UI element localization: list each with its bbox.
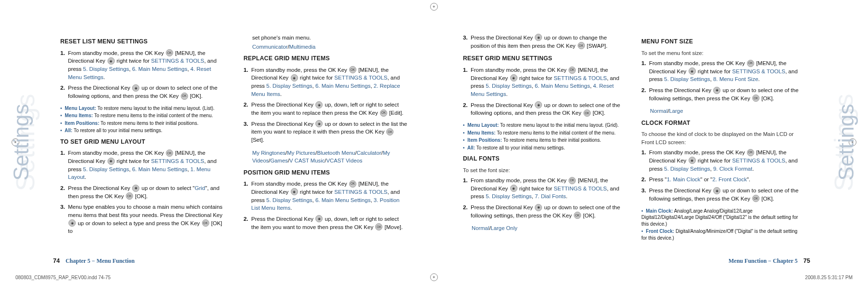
- option-value: Multimedia: [289, 44, 316, 50]
- page-number: 75: [803, 257, 810, 264]
- menu-path-link: SETTINGS & TOOLS: [732, 158, 785, 163]
- bullet-label: Menu Layout:: [466, 122, 499, 128]
- menu-path-link: 1. Main Clock: [667, 176, 701, 182]
- chapter-title: Menu Function − Chapter 5: [729, 257, 798, 264]
- bullet-text: To restore menu items to their initial p…: [99, 121, 198, 126]
- ok-key-icon: OK: [752, 195, 760, 202]
- instruction-list: 1.From standby mode, press the OK Key OK…: [641, 149, 800, 203]
- instruction-step: 2.Press "1. Main Clock" or "2. Front Clo…: [641, 176, 800, 184]
- instruction-step: 3.Press the Directional Key ◉ up or down…: [641, 187, 800, 203]
- option-bullet-list: • Main Clock: Analog/Large Analog/Digita…: [641, 208, 800, 242]
- bullet-dot-icon: •: [641, 229, 643, 234]
- step-number: 1.: [641, 59, 649, 68]
- bullet-dot-icon: •: [463, 130, 465, 135]
- menu-path-link: SETTINGS & TOOLS: [554, 75, 607, 81]
- instruction-list: 1.From standby mode, press the OK Key OK…: [463, 176, 622, 219]
- step-number: 3.: [244, 120, 251, 128]
- directional-key-icon: ◉: [535, 101, 542, 108]
- bullet-dot-icon: •: [463, 137, 465, 143]
- step-number: 3.: [641, 187, 649, 195]
- ok-key-icon: OK: [578, 42, 585, 49]
- instruction-step: 2.Press the Directional Key ◉ up or down…: [463, 203, 622, 219]
- menu-path-link: SETTINGS & TOOLS: [334, 189, 387, 195]
- instruction-list: 1.From standby mode, press the OK Key OK…: [463, 66, 622, 117]
- option-values: Normal/Large: [650, 107, 800, 115]
- step-body: From standby mode, press the OK Key OK […: [68, 49, 224, 81]
- bullet-label: All:: [64, 128, 73, 133]
- bullet-label: Menu Items:: [64, 113, 93, 118]
- menu-path-link: Grid: [195, 185, 205, 191]
- column: set phone's main menu.Communicator/Multi…: [244, 34, 407, 246]
- instruction-list: 1.From standby mode, press the OK Key OK…: [60, 49, 224, 100]
- option-bullet: • All: To restore all to your initial me…: [463, 145, 622, 151]
- menu-path-link: 5. Display Settings: [266, 83, 312, 89]
- instruction-step: 1.From standby mode, press the OK Key OK…: [244, 66, 407, 98]
- directional-key-icon: ◉: [68, 219, 76, 227]
- menu-path-link: 6. Main Menu Settings: [315, 197, 370, 203]
- section-heading: RESET LIST MENU SETTINGS: [60, 38, 224, 46]
- ok-key-icon: OK: [569, 177, 576, 184]
- bullet-dot-icon: •: [60, 121, 62, 126]
- instruction-list: 1.From standby mode, press the OK Key OK…: [60, 149, 224, 235]
- ok-key-icon: OK: [747, 149, 754, 156]
- menu-path-link: 5. Display Settings: [664, 76, 710, 82]
- option-bullet: • Main Clock: Analog/Large Analog/Digita…: [641, 208, 800, 228]
- ok-key-icon: OK: [166, 149, 173, 157]
- directional-key-icon: ◉: [535, 34, 542, 41]
- step-body: Menu type enables you to choose a main m…: [68, 203, 224, 235]
- directional-key-icon: ◉: [510, 185, 517, 192]
- step-number: 2.: [463, 203, 471, 212]
- step-body: Press the Directional Key ◉ up or down t…: [471, 203, 622, 219]
- option-value: My Ringtones: [252, 150, 285, 156]
- print-file-info: 080803_CDM8975_RAP_REV00.indd 74-75: [15, 275, 110, 280]
- directional-key-icon: ◉: [315, 120, 323, 127]
- step-body: Press the Directional Key ◉ up or down t…: [471, 101, 622, 117]
- ok-key-icon: OK: [574, 212, 581, 219]
- bullet-text: To restore all to your initial menu sett…: [72, 128, 163, 133]
- directional-key-icon: ◉: [713, 87, 720, 94]
- step-number: 2.: [641, 176, 649, 184]
- option-value: Communicator: [252, 44, 287, 50]
- ok-key-icon: OK: [349, 180, 356, 188]
- menu-path-link: 5. Display Settings: [83, 166, 129, 172]
- step-number: 1.: [463, 176, 471, 185]
- menu-path-link: SETTINGS & TOOLS: [732, 68, 785, 74]
- bullet-label: Menu Layout:: [64, 106, 96, 111]
- option-value: Games: [270, 158, 287, 163]
- instruction-step: 3.Menu type enables you to choose a main…: [60, 203, 224, 235]
- directional-key-icon: ◉: [132, 84, 139, 92]
- directional-key-icon: ◉: [108, 158, 115, 165]
- section-heading: MENU FONT SIZE: [641, 38, 800, 46]
- option-value: VCAST Videos: [326, 158, 362, 163]
- option-values: Communicator/Multimedia: [252, 43, 407, 51]
- instruction-list: 1.From standby mode, press the OK Key OK…: [244, 66, 407, 144]
- option-bullet: • Menu Items: To restore menu items to t…: [463, 130, 622, 136]
- step-body: Press the Directional Key ◉ up or down t…: [649, 86, 800, 102]
- step-body: Press the Directional Key ◉ up or down t…: [649, 187, 800, 203]
- bullet-dot-icon: •: [60, 113, 62, 118]
- menu-path-link: 6. Main Menu Settings: [132, 166, 187, 172]
- ok-key-icon: OK: [181, 93, 188, 100]
- step-number: 1.: [60, 49, 68, 57]
- chapter-title: Chapter 5 − Menu Function: [66, 257, 135, 264]
- section-heading: POSITION GRID MENU ITEMS: [244, 169, 407, 177]
- option-bullet: • Menu Layout: To restore menu layout to…: [60, 105, 224, 112]
- directional-key-icon: ◉: [291, 188, 298, 195]
- instruction-step: 1.From standby mode, press the OK Key OK…: [244, 180, 407, 212]
- bullet-label: All:: [466, 145, 475, 150]
- page-footer: 74Chapter 5 − Menu Function: [53, 257, 135, 265]
- step-body: From standby mode, press the OK Key OK […: [471, 176, 622, 201]
- menu-path-link: SETTINGS & TOOLS: [334, 75, 387, 81]
- column: MENU FONT SIZETo set the menu font size:…: [641, 34, 800, 246]
- option-value: V CAST Music: [289, 158, 325, 163]
- ok-key-icon: OK: [752, 95, 760, 102]
- instruction-list: 1.From standby mode, press the OK Key OK…: [244, 180, 407, 231]
- option-bullet: • Item Positions: To restore menu items …: [463, 137, 622, 144]
- step-number: 3.: [463, 34, 471, 42]
- menu-path-link: SETTINGS & TOOLS: [151, 158, 204, 164]
- option-value: Calculator: [357, 150, 381, 156]
- right-page: SettingsSettings3.Press the Directional …: [434, 0, 868, 284]
- option-bullet: • All: To restore all to your initial me…: [60, 127, 224, 134]
- side-label: Settings: [835, 104, 859, 180]
- menu-path-link: 6. Main Menu Settings: [132, 66, 187, 72]
